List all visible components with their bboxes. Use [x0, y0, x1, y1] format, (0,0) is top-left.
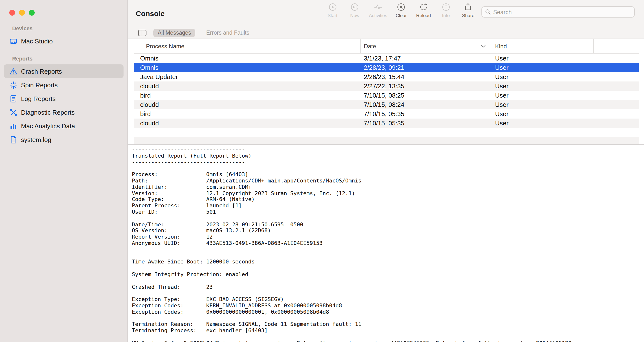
log-table: Process NameDateKind Omnis3/1/23, 17:47U… [134, 39, 639, 144]
filter-bar: All MessagesErrors and Faults [128, 26, 644, 39]
table-row[interactable]: cloudd7/10/15, 05:35User [134, 119, 639, 128]
toolbar-button-label: Activities [369, 13, 387, 18]
mac-studio-icon [9, 37, 18, 45]
analytics-icon [9, 122, 18, 130]
sidebar-item-system-log[interactable]: system.log [4, 133, 124, 146]
toolbar-button-label: Clear [396, 13, 407, 18]
close-window-button[interactable] [9, 10, 15, 15]
sidebar-item-label: Mac Studio [21, 37, 53, 45]
sidebar-item-spin-reports[interactable]: Spin Reports [4, 78, 124, 92]
sidebar-item-label: system.log [21, 136, 51, 143]
cell-process-name: cloudd [134, 101, 361, 108]
toolbar-button-label: Reload [416, 13, 431, 18]
minimize-window-button[interactable] [19, 10, 25, 15]
cell-process-name: Java Updater [134, 73, 361, 80]
search-field[interactable] [482, 6, 635, 17]
toolbar-button-label: Now [350, 13, 359, 18]
filter-tab-all-messages[interactable]: All Messages [153, 28, 196, 37]
now-icon [350, 2, 360, 12]
cell-date: 2/26/23, 15:44 [361, 73, 492, 80]
console-window: DevicesMac StudioReportsCrash ReportsSpi… [0, 0, 644, 342]
sidebar-toggle-button[interactable] [138, 29, 147, 36]
toolbar-button-reload[interactable]: Reload [415, 2, 432, 18]
cell-process-name: cloudd [134, 82, 361, 90]
toolbar-button-label: Share [462, 13, 474, 18]
share-icon [464, 2, 473, 12]
toolbar-button-now: Now [347, 2, 363, 18]
sidebar-item-label: Mac Analytics Data [21, 122, 75, 130]
detail-pane: ----------------------------------- Tran… [128, 144, 644, 342]
toolbar-button-share[interactable]: Share [460, 2, 476, 18]
toolbar-button-label: Start [328, 13, 338, 18]
cell-process-name: Omnis [134, 55, 361, 62]
window-title: Console [136, 0, 164, 26]
filter-tab-errors-and-faults[interactable]: Errors and Faults [202, 28, 254, 37]
toolbar-button-label: Info [442, 13, 450, 18]
info-icon [441, 2, 450, 12]
search-icon [485, 9, 491, 15]
window-controls [9, 10, 35, 15]
sidebar: DevicesMac StudioReportsCrash ReportsSpi… [0, 0, 128, 342]
sort-indicator-icon [481, 45, 486, 47]
system-log-icon [9, 135, 18, 144]
table-row[interactable]: Omnis3/1/23, 17:47User [134, 54, 639, 63]
sidebar-item-diagnostic-reports[interactable]: Diagnostic Reports [4, 105, 124, 119]
cell-kind: User [492, 119, 594, 127]
cell-date: 7/10/15, 08:24 [361, 101, 492, 108]
table-row[interactable]: bird7/10/15, 05:35User [134, 109, 639, 119]
column-header-process-name[interactable]: Process Name [134, 39, 361, 53]
sidebar-toggle-icon [138, 29, 147, 36]
scale-wrapper: DevicesMac StudioReportsCrash ReportsSpi… [0, 0, 644, 342]
toolbar-button-info: Info [438, 2, 454, 18]
column-header-date[interactable]: Date [361, 39, 492, 53]
cell-kind: User [492, 82, 594, 90]
sidebar-section-title: Reports [12, 56, 122, 62]
cell-process-name: bird [134, 92, 361, 99]
table-row[interactable]: cloudd2/27/22, 13:35User [134, 81, 639, 91]
cell-date: 3/1/23, 17:47 [361, 55, 492, 62]
column-header-kind[interactable]: Kind [492, 39, 594, 53]
cell-date: 7/10/15, 08:25 [361, 92, 492, 99]
crash-reports-icon [9, 67, 18, 75]
sidebar-item-mac-studio[interactable]: Mac Studio [4, 34, 124, 48]
toolbar-button-activities: Activities [369, 2, 387, 18]
toolbar-buttons: StartNowActivitiesClearReloadInfoShare [324, 2, 476, 18]
sidebar-item-label: Crash Reports [21, 67, 62, 75]
search-input[interactable] [493, 8, 631, 15]
table-body: Omnis3/1/23, 17:47UserOmnis2/28/23, 09:2… [134, 54, 639, 144]
diagnostic-reports-icon [9, 108, 18, 116]
cell-kind: User [492, 64, 594, 71]
empty-row [134, 128, 639, 137]
sidebar-item-label: Diagnostic Reports [21, 109, 75, 116]
empty-row [134, 137, 639, 144]
reload-icon [419, 2, 428, 12]
zoom-window-button[interactable] [29, 10, 35, 15]
sidebar-section-title: Devices [12, 25, 122, 32]
cell-process-name: Omnis [134, 64, 361, 71]
cell-date: 2/28/23, 09:21 [361, 64, 492, 71]
table-row[interactable]: bird7/10/15, 08:25User [134, 91, 639, 100]
toolbar-button-clear[interactable]: Clear [393, 2, 410, 18]
cell-kind: User [492, 92, 594, 99]
spin-reports-icon [9, 81, 18, 89]
cell-process-name: bird [134, 110, 361, 118]
cell-date: 7/10/15, 05:35 [361, 110, 492, 118]
sidebar-item-log-reports[interactable]: Log Reports [4, 92, 124, 105]
main-area: Console StartNowActivitiesClearReloadInf… [128, 0, 644, 342]
cell-kind: User [492, 110, 594, 118]
start-icon [328, 2, 337, 12]
table-row[interactable]: Omnis2/28/23, 09:21User [134, 63, 639, 72]
table-row[interactable]: Java Updater2/26/23, 15:44User [134, 72, 639, 81]
cell-kind: User [492, 55, 594, 62]
table-header: Process NameDateKind [134, 39, 639, 54]
column-header-extra [594, 39, 639, 53]
sidebar-item-crash-reports[interactable]: Crash Reports [4, 64, 124, 78]
crash-report-text: ----------------------------------- Tran… [132, 147, 644, 342]
sidebar-item-label: Spin Reports [21, 81, 58, 88]
table-row[interactable]: cloudd7/10/15, 08:24User [134, 100, 639, 109]
toolbar: Console StartNowActivitiesClearReloadInf… [128, 0, 644, 26]
sidebar-item-mac-analytics-data[interactable]: Mac Analytics Data [4, 119, 124, 133]
sidebar-item-label: Log Reports [21, 95, 56, 102]
toolbar-button-start: Start [324, 2, 341, 18]
log-reports-icon [9, 94, 18, 103]
